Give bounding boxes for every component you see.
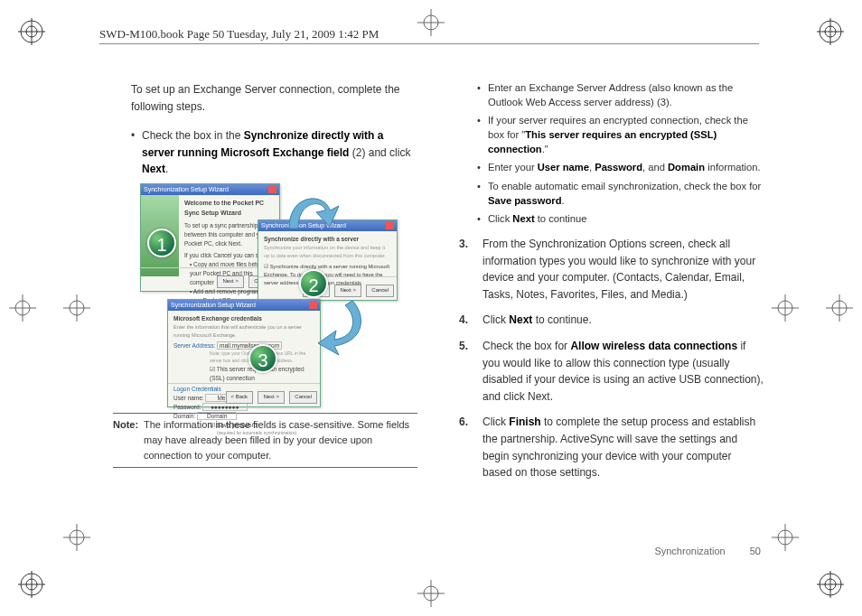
arrow-icon [280,183,343,238]
wizard-window-3: Synchronization Setup Wizard Microsoft E… [167,299,321,407]
page-footer: Synchronization 50 [654,546,761,556]
step-badge-1: 1 [147,229,176,257]
left-column: To set up an Exchange Server connection,… [113,81,417,490]
intro-text: To set up an Exchange Server connection,… [131,81,417,115]
bullet-check-sync: Check the box in the Synchronize directl… [131,127,417,178]
section-name: Synchronization [654,546,725,556]
step-4: 4. Click Next to continue. [459,312,764,329]
page-number: 50 [750,546,761,556]
crop-mark-icon [63,294,90,322]
close-icon [386,221,394,229]
sub-bullet: Enter an Exchange Server Address (also k… [477,81,764,109]
sub-bullet: Click Next to continue [477,212,764,227]
reg-mark-icon [18,18,45,45]
crop-mark-icon [417,580,445,607]
right-column: Enter an Exchange Server Address (also k… [459,81,764,490]
arrow-icon [316,296,370,359]
next-button: Next > [217,275,244,287]
crop-mark-icon [63,524,90,551]
crop-mark-icon [9,294,36,322]
reg-mark-icon [817,571,844,598]
note-label: Note: [113,417,144,463]
reg-mark-icon [817,18,844,45]
crop-mark-icon [826,294,853,322]
step-6: 6. Click Finish to complete the setup pr… [459,414,764,481]
step-5: 5. Check the box for Allow wireless data… [459,338,764,405]
reg-mark-icon [18,571,45,598]
sub-bullet: Enter your User name, Password, and Doma… [477,161,764,175]
page-header: SWD-M100.book Page 50 Tuesday, July 21, … [99,27,759,44]
sub-bullet: To enable automatic email synchronizatio… [477,180,764,208]
step-badge-2: 2 [299,269,328,298]
step-badge-3: 3 [248,344,277,373]
crop-mark-icon [772,524,799,551]
close-icon [268,185,276,193]
crop-mark-icon [772,294,799,322]
setup-wizard-figure: Synchronization Setup Wizard Welcome to … [140,183,398,407]
step-3: 3. From the Synchronization Options scre… [459,236,764,303]
sub-bullet: If your server requires an encrypted con… [477,114,764,156]
